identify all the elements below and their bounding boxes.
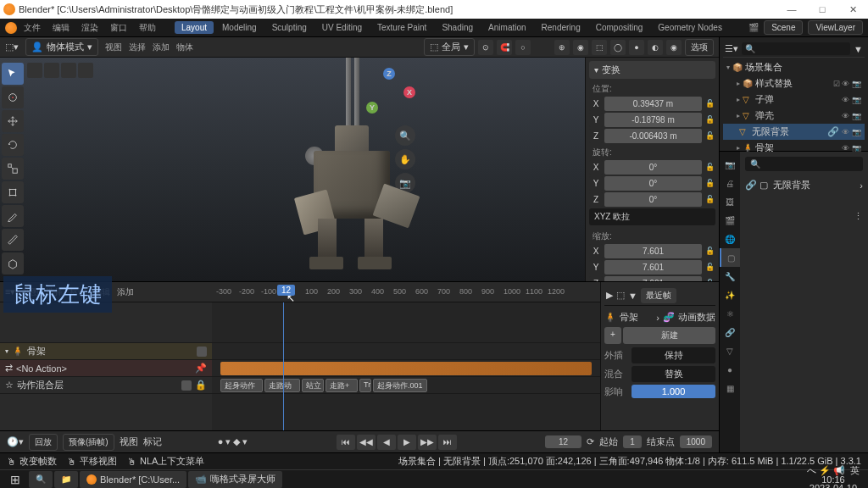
workspace-uv[interactable]: UV Editing: [315, 21, 369, 34]
tool-transform[interactable]: [2, 181, 24, 203]
loc-x[interactable]: 0.39437 m: [604, 97, 702, 111]
workspace-sculpting[interactable]: Sculpting: [265, 21, 314, 34]
gizmo-toggle-icon[interactable]: ⊕: [554, 40, 570, 55]
task-blender[interactable]: Blender* [C:\User...: [80, 471, 186, 488]
rot-x[interactable]: 0°: [604, 160, 702, 175]
funnel-icon[interactable]: ▼: [628, 291, 637, 301]
workspace-rendering[interactable]: Rendering: [535, 21, 587, 34]
timeline-ruler[interactable]: -300 -200 -100 0 100 200 300 400 500 600…: [212, 282, 600, 302]
nla-strip[interactable]: 起身动作.001: [373, 379, 427, 392]
play-button[interactable]: ▶: [398, 435, 416, 450]
3d-viewport[interactable]: ZXY 🔍 ✋ 📷 ⬚: [0, 58, 585, 281]
nla-strip[interactable]: 起身动作: [220, 379, 263, 392]
tool-annotate[interactable]: [2, 205, 24, 227]
playback-menu[interactable]: 回放: [29, 434, 58, 451]
shading-material-icon[interactable]: ◐: [648, 40, 663, 55]
tl-markers[interactable]: 标记: [143, 435, 162, 448]
prop-tab-texture[interactable]: ▦: [720, 379, 740, 397]
outliner-item[interactable]: ▸▽弹壳👁 📷: [723, 108, 865, 124]
proportional-icon[interactable]: ○: [515, 40, 531, 55]
tool-rotate[interactable]: [2, 134, 24, 156]
pivot-icon[interactable]: ⊙: [478, 40, 493, 55]
prop-tab-object[interactable]: ▢: [720, 248, 740, 267]
nla-strip[interactable]: 站立: [302, 379, 324, 392]
rotation-mode[interactable]: XYZ 欧拉: [589, 208, 715, 225]
add-button[interactable]: +: [604, 327, 621, 344]
outliner-root[interactable]: ▾📦场景集合: [723, 59, 865, 75]
scene-selector[interactable]: Scene: [764, 20, 803, 35]
selectmode-3[interactable]: [61, 63, 76, 78]
shading-render-icon[interactable]: ◉: [666, 40, 682, 55]
props-search[interactable]: 🔍: [745, 157, 863, 171]
keyframe-prev-button[interactable]: ◀◀: [357, 435, 376, 450]
scl-x[interactable]: 7.601: [604, 244, 702, 258]
timeline-editor-icon[interactable]: 🕐▾: [7, 436, 24, 447]
prop-tab-output[interactable]: 🖨: [720, 174, 740, 192]
vp-menu-add[interactable]: 添加: [153, 42, 170, 53]
nla-strip[interactable]: 走路动: [264, 379, 300, 392]
filter-icon[interactable]: ▼: [854, 44, 863, 54]
vp-menu-select[interactable]: 选择: [129, 42, 146, 53]
options-icon[interactable]: ⋮: [854, 211, 863, 221]
play-reverse-button[interactable]: ◀: [377, 435, 396, 450]
vp-menu-object[interactable]: 物体: [176, 42, 193, 53]
keyframe-next-button[interactable]: ▶▶: [418, 435, 437, 450]
maximize-button[interactable]: □: [810, 4, 834, 15]
jump-start-button[interactable]: ⏮: [337, 435, 355, 450]
task-explorer[interactable]: 📁: [54, 471, 78, 488]
overlay-toggle-icon[interactable]: ◉: [573, 40, 588, 55]
prop-tab-modifier[interactable]: 🔧: [720, 267, 740, 286]
menu-file[interactable]: 文件: [19, 20, 46, 36]
xray-icon[interactable]: ⬚: [592, 40, 607, 55]
nla-strip[interactable]: 走路+: [326, 379, 358, 392]
tray-clock[interactable]: へ ⚡ 📢英 10:162023-04-10: [802, 466, 865, 488]
filter-selector[interactable]: 最近帧: [641, 288, 676, 303]
workspace-shading[interactable]: Shading: [435, 21, 480, 34]
loc-z[interactable]: -0.006403 m: [604, 129, 702, 143]
track-noaction[interactable]: ⇄<No Action>📌: [0, 360, 212, 377]
tl-view[interactable]: 视图: [120, 435, 138, 448]
orientation-selector[interactable]: ⬚全局▾: [424, 38, 475, 56]
object-name[interactable]: 无限背景: [773, 179, 810, 191]
viewlayer-selector[interactable]: ViewLayer: [808, 20, 863, 35]
task-recorder[interactable]: 📹嗨格式录屏大师: [188, 471, 282, 488]
outliner-search[interactable]: 🔍: [742, 42, 850, 55]
loc-y[interactable]: -0.18798 m: [604, 113, 702, 127]
selectmode-4[interactable]: [78, 63, 93, 78]
autokey-icon[interactable]: ● ▾ ◆ ▾: [218, 436, 248, 447]
outliner-item-selected[interactable]: ▽无限背景🔗👁 📷: [723, 124, 865, 140]
prop-tab-viewlayer[interactable]: 🖼: [720, 192, 740, 211]
tool-select[interactable]: [2, 63, 24, 85]
minimize-button[interactable]: —: [780, 4, 804, 15]
influence-value[interactable]: 1.000: [632, 385, 715, 398]
selectmode-1[interactable]: [27, 63, 42, 78]
workspace-animation[interactable]: Animation: [481, 21, 532, 34]
shading-wire-icon[interactable]: ◯: [610, 40, 626, 55]
nla-menu-add[interactable]: 添加: [117, 286, 134, 298]
action-strip[interactable]: [220, 362, 592, 375]
prop-tab-particle[interactable]: ✨: [720, 286, 740, 304]
workspace-geonodes[interactable]: Geometry Nodes: [651, 21, 729, 34]
close-button[interactable]: ✕: [841, 4, 865, 15]
menu-render[interactable]: 渲染: [76, 20, 103, 36]
snap-icon[interactable]: 🧲: [497, 40, 512, 55]
prop-tab-scene[interactable]: 🎬: [720, 211, 740, 230]
current-frame[interactable]: 12: [545, 435, 581, 448]
scl-y[interactable]: 7.601: [604, 260, 702, 274]
tool-move[interactable]: [2, 110, 24, 132]
menu-window[interactable]: 窗口: [105, 20, 132, 36]
prop-tab-world[interactable]: 🌐: [720, 230, 740, 248]
mode-selector[interactable]: 👤物体模式▾: [25, 38, 98, 56]
range-icon[interactable]: ⟳: [587, 436, 594, 447]
jump-end-button[interactable]: ⏭: [438, 435, 457, 450]
prop-tab-material[interactable]: ●: [720, 360, 740, 379]
prop-tab-data[interactable]: ▽: [720, 341, 740, 360]
transform-header[interactable]: ▾ 变换: [589, 61, 715, 79]
menu-help[interactable]: 帮助: [134, 20, 161, 36]
vp-options[interactable]: 选项: [685, 39, 714, 56]
track-blend[interactable]: ☆动作混合层🔒: [0, 377, 212, 394]
workspace-compositing[interactable]: Compositing: [589, 21, 650, 34]
rot-y[interactable]: 0°: [604, 176, 702, 191]
selector-icon[interactable]: ▶: [606, 290, 613, 301]
prop-tab-physics[interactable]: ⚛: [720, 304, 740, 323]
